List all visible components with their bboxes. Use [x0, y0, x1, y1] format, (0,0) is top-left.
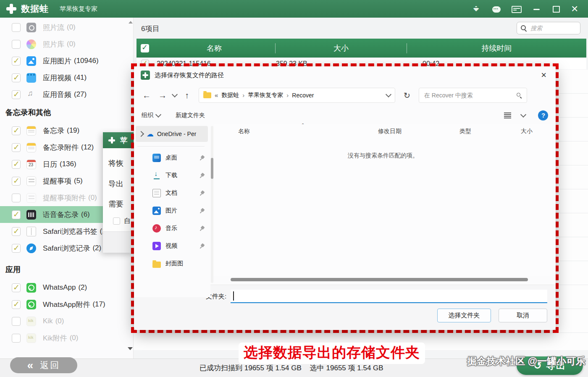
- checkbox-unchecked[interactable]: [12, 40, 21, 49]
- sidebar-item-app-photos[interactable]: 应用图片 (10946): [0, 52, 133, 69]
- checkbox-checked[interactable]: [12, 143, 21, 152]
- column-header-date-modified[interactable]: 修改日期: [350, 128, 430, 135]
- column-header-duration[interactable]: 持续时间: [407, 43, 586, 53]
- dialog-close-icon[interactable]: ×: [538, 71, 549, 80]
- breadcrumb-item[interactable]: 数据蛙: [221, 92, 239, 99]
- sidebar-section-memos: 备忘录和其他: [0, 103, 133, 122]
- help-icon[interactable]: [538, 110, 548, 120]
- sidebar-item-count: (0): [67, 23, 76, 31]
- breadcrumb-item[interactable]: 苹果恢复专家: [248, 92, 283, 99]
- sidebar-item-desktop[interactable]: 桌面: [134, 149, 210, 167]
- sidebar-item-whatsapp[interactable]: WhatsApp (2): [0, 279, 133, 296]
- message-icon[interactable]: [492, 6, 501, 13]
- checkbox-checked[interactable]: [12, 227, 21, 236]
- checkbox-checked[interactable]: [12, 300, 21, 309]
- table-header: 名称 大小 持续时间: [136, 39, 586, 58]
- breadcrumb-collapsed-icon[interactable]: [215, 92, 218, 99]
- sidebar-item-music[interactable]: 音乐: [134, 220, 210, 237]
- checkbox-checked[interactable]: [12, 283, 21, 292]
- sidebar-item-pictures[interactable]: 图片: [134, 202, 210, 220]
- list-search-box[interactable]: [517, 22, 580, 34]
- select-all-checkbox[interactable]: [141, 44, 149, 52]
- dialog-app-icon: [141, 71, 150, 80]
- organize-menu[interactable]: 组织: [142, 112, 160, 119]
- app-photos-icon: [26, 56, 36, 66]
- new-folder-button[interactable]: 新建文件夹: [176, 112, 205, 119]
- checkbox-unchecked[interactable]: [12, 23, 21, 32]
- scrollbar-thumb[interactable]: [211, 158, 213, 179]
- dialog-horizontal-scrollbar[interactable]: [231, 278, 528, 281]
- sidebar-item-cover-folder[interactable]: 封面图: [134, 255, 210, 272]
- maximize-button[interactable]: [552, 5, 560, 13]
- chevron-right-icon[interactable]: [138, 131, 144, 137]
- dialog-search-input[interactable]: [423, 92, 513, 99]
- checkbox-unchecked[interactable]: [12, 317, 21, 326]
- sidebar-item-app-videos[interactable]: 应用视频 (41): [0, 69, 133, 86]
- column-header-size[interactable]: 大小: [275, 43, 407, 53]
- address-dropdown-chevron-icon[interactable]: [386, 92, 391, 97]
- column-header-name[interactable]: 名称: [153, 43, 275, 53]
- checkbox-unchecked[interactable]: [113, 217, 120, 225]
- scan-summary: 已成功扫描到 19655 项 1.54 GB: [200, 363, 302, 373]
- sidebar-item-onedrive[interactable]: ☁ OneDrive - Per: [136, 126, 208, 142]
- recent-locations-chevron-icon[interactable]: [172, 92, 178, 97]
- sidebar-scroll-down-icon[interactable]: [128, 347, 133, 350]
- checkbox-checked[interactable]: [12, 57, 21, 65]
- checkbox-checked[interactable]: [12, 160, 21, 169]
- close-button[interactable]: [571, 5, 580, 13]
- sidebar-item-videos[interactable]: 视频: [134, 237, 210, 255]
- sidebar-item-photo-library[interactable]: 照片库 (0): [0, 36, 133, 52]
- cancel-button[interactable]: 取消: [499, 309, 547, 322]
- checkbox-unchecked[interactable]: [12, 334, 21, 343]
- checkbox-unchecked[interactable]: [12, 194, 21, 202]
- minimize-button[interactable]: [533, 5, 541, 13]
- sidebar-item-kik[interactable]: Kik (0): [0, 313, 133, 330]
- sidebar-item-documents[interactable]: 文档: [134, 184, 210, 202]
- checkbox-checked[interactable]: [12, 90, 21, 99]
- address-breadcrumb[interactable]: 数据蛙 苹果恢复专家 Recover: [199, 88, 395, 103]
- background-dialog-checkbox-row[interactable]: 自: [113, 217, 134, 225]
- sidebar-item-app-audio[interactable]: 应用音频 (27): [0, 86, 133, 103]
- column-header-type[interactable]: 类型: [430, 128, 501, 135]
- checkbox-checked[interactable]: [12, 177, 21, 186]
- sidebar-item-label: Kik: [43, 317, 53, 325]
- sidebar-item-downloads[interactable]: 下载: [134, 167, 210, 184]
- search-input[interactable]: [530, 24, 577, 32]
- checkbox-checked[interactable]: [12, 244, 21, 253]
- sidebar-item-whatsapp-attachments[interactable]: WhatsApp附件 (17): [0, 296, 133, 313]
- back-button[interactable]: 返回: [10, 357, 77, 373]
- feedback-icon[interactable]: [512, 6, 522, 13]
- forward-arrow-icon[interactable]: →: [157, 91, 168, 100]
- sidebar-scroll-up-icon[interactable]: [129, 21, 133, 24]
- dialog-titlebar: 选择保存恢复文件的路径 ×: [134, 66, 556, 84]
- background-dialog-text: 导出: [108, 179, 134, 189]
- app-subtitle: 苹果恢复专家: [60, 5, 97, 13]
- checkbox-checked[interactable]: [12, 73, 21, 82]
- refresh-icon[interactable]: ↻: [404, 91, 410, 100]
- list-topbar: 6项目: [134, 18, 588, 39]
- checkbox-checked[interactable]: [12, 126, 21, 135]
- notes-attachment-icon: [26, 143, 36, 152]
- up-arrow-icon[interactable]: ↑: [181, 91, 193, 100]
- sidebar-item-photo-stream[interactable]: 照片流 (0): [0, 19, 133, 36]
- select-folder-button[interactable]: 选择文件夹: [437, 309, 491, 322]
- dialog-sidebar-scrollbar[interactable]: [211, 126, 213, 283]
- view-mode-icon[interactable]: [504, 113, 511, 118]
- sort-ascending-icon: ˆ: [302, 123, 304, 129]
- reminders-attachment-icon: [26, 193, 36, 203]
- sidebar-item-kik-attachments[interactable]: Kik附件 (0): [0, 330, 133, 346]
- view-dropdown-chevron-icon[interactable]: [520, 112, 526, 118]
- vip-gem-icon[interactable]: [473, 5, 481, 13]
- breadcrumb-item[interactable]: Recover: [292, 92, 314, 99]
- checkbox-checked[interactable]: [12, 210, 21, 219]
- annotation-caption: 选择数据导出的存储文件夹: [239, 343, 425, 364]
- column-header-name[interactable]: 名称: [214, 128, 350, 135]
- dialog-search-box[interactable]: [419, 88, 527, 103]
- background-dialog-footer: [103, 231, 134, 253]
- back-arrow-icon[interactable]: ←: [141, 91, 152, 100]
- column-header-size[interactable]: 大小: [501, 128, 552, 135]
- sidebar-section-apps: 应用: [0, 260, 133, 279]
- sidebar-item-count: (5): [74, 177, 83, 185]
- whatsapp-attachment-icon: [26, 300, 36, 309]
- folder-name-input[interactable]: [231, 290, 547, 302]
